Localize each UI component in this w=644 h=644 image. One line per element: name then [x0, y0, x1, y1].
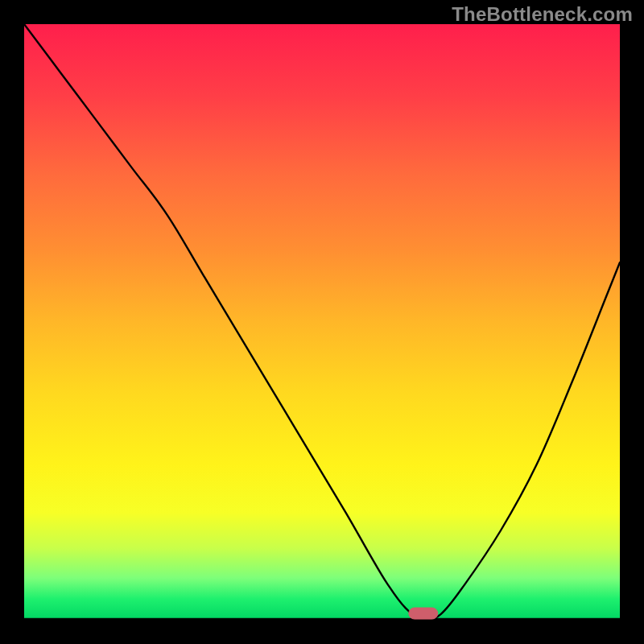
plot-svg [24, 24, 620, 620]
bottleneck-curve [24, 24, 620, 620]
optimum-marker [409, 608, 438, 619]
plot-area [24, 24, 620, 620]
chart-frame: TheBottleneck.com [0, 0, 644, 644]
watermark-text: TheBottleneck.com [452, 3, 633, 26]
